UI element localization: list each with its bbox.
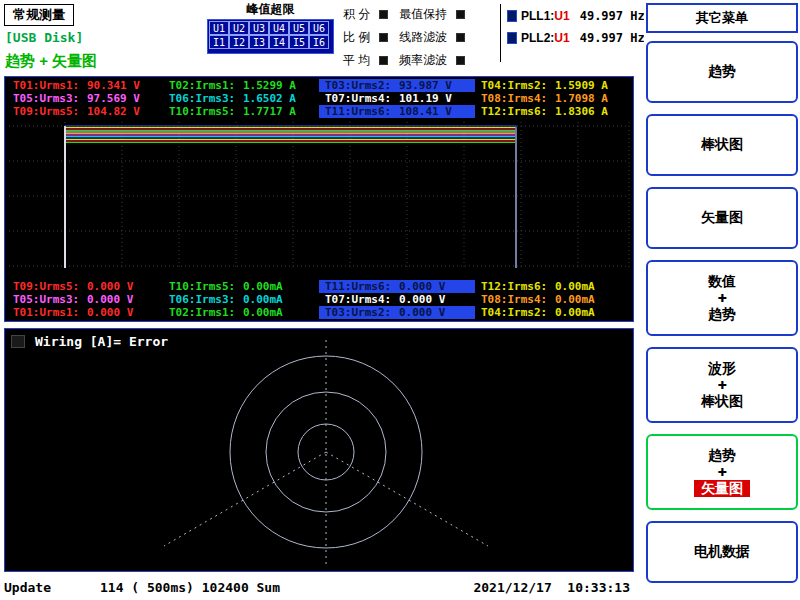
- peak-row-current: I1I2I3I4I5I6: [209, 35, 332, 49]
- toggle-indicator-icon: [456, 33, 465, 42]
- trend-peak-values: T01:Urms1:90.341 VT02:Irms1:1.5299 AT03:…: [7, 79, 631, 118]
- pll-frequency: 49.997 Hz: [580, 31, 645, 45]
- sidebar-item-numeric-trend[interactable]: 数值✚趋势: [646, 260, 798, 336]
- update-counter: 114 ( 500ms) 102400 Sum: [100, 580, 473, 595]
- measure-peak-t07: T07:Urms4:101.19 V: [319, 92, 475, 105]
- plus-icon: ✚: [717, 467, 726, 478]
- wiring-status-row: Wiring [A]= Error: [11, 334, 168, 349]
- menu-item-label: 趋势: [708, 447, 736, 465]
- pll-status-block: PLL1:U149.997 HzPLL2:U149.997 Hz: [507, 9, 645, 45]
- measure-now-t05: T05:Urms3:0.000 V: [7, 293, 163, 306]
- measure-now-t08: T08:Irms4:0.00mA: [475, 293, 631, 306]
- plus-icon: ✚: [717, 380, 726, 391]
- pll-label: PLL2:: [521, 31, 554, 45]
- toggle-label: 积 分: [343, 6, 370, 23]
- measure-peak-t01: T01:Urms1:90.341 V: [7, 79, 163, 92]
- toggle-label: 频率滤波: [399, 52, 447, 69]
- wiring-legend-icon: [11, 335, 25, 348]
- measure-now-t02: T02:Irms1:0.00mA: [163, 306, 319, 319]
- measure-now-t03: T03:Urms2:0.000 V: [319, 306, 475, 319]
- peak-limit-panel: 峰值超限 U1U2U3U4U5U6 I1I2I3I4I5I6: [207, 1, 334, 54]
- measure-now-t09: T09:Urms5:0.000 V: [7, 280, 163, 293]
- trend-gridlines: [9, 122, 629, 270]
- measure-peak-t04: T04:Irms2:1.5909 A: [475, 79, 631, 92]
- menu-item-label: 趋势: [708, 63, 736, 81]
- menu-item-label: 棒状图: [701, 393, 743, 411]
- toggle-label: 线路滤波: [399, 29, 447, 46]
- menu-item-label: 电机数据: [694, 543, 750, 561]
- update-label: Update: [4, 580, 100, 595]
- measure-now-t10: T10:Irms5:0.00mA: [163, 280, 319, 293]
- sidebar-item-motor-data[interactable]: 电机数据: [646, 521, 798, 583]
- sidebar-item-vector-chart[interactable]: 矢量图: [646, 187, 798, 249]
- measure-peak-t06: T06:Irms3:1.6502 A: [163, 92, 319, 105]
- measure-peak-t03: T03:Urms2:93.987 V: [319, 79, 475, 92]
- measure-peak-t10: T10:Irms5:1.7717 A: [163, 105, 319, 118]
- menu-item-label: 数值: [708, 273, 736, 291]
- menu-item-label: 矢量图: [701, 209, 743, 227]
- toggle-indicator-icon: [379, 33, 388, 42]
- peak-cell-i4: I4: [269, 35, 289, 49]
- trend-plot-svg: [7, 118, 631, 276]
- menu-item-label: 趋势: [708, 306, 736, 324]
- measure-now-t06: T06:Irms3:0.00mA: [163, 293, 319, 306]
- pll-row-1: PLL1:U149.997 Hz: [507, 9, 645, 23]
- trend-current-values: T09:Urms5:0.000 VT10:Irms5:0.00mAT11:Urm…: [7, 280, 631, 319]
- pll-source-icon: [507, 32, 517, 44]
- trend-panel: T01:Urms1:90.341 VT02:Irms1:1.5299 AT03:…: [4, 76, 634, 322]
- measure-now-t12: T12:Irms6:0.00mA: [475, 280, 631, 293]
- other-menu-button[interactable]: 其它菜单: [646, 3, 798, 33]
- peak-row-voltage: U1U2U3U4U5U6: [209, 21, 332, 35]
- peak-cell-i5: I5: [289, 35, 309, 49]
- toggle-label: 最值保持: [399, 6, 447, 23]
- peak-cell-u3: U3: [249, 21, 269, 35]
- measurement-toggles: 积 分最值保持比 例线路滤波平 均频率滤波: [343, 6, 467, 69]
- measure-now-t11: T11:Urms6:0.000 V: [319, 280, 475, 293]
- peak-cell-i6: I6: [309, 35, 329, 49]
- toggle-indicator-icon: [379, 56, 388, 65]
- trend-plot-area: [7, 118, 631, 280]
- measure-peak-t11: T11:Urms6:108.41 V: [319, 105, 475, 118]
- pll-source: U1: [554, 31, 569, 45]
- menu-item-label: 棒状图: [701, 136, 743, 154]
- header-divider: [500, 4, 501, 62]
- pll-source: U1: [554, 9, 569, 23]
- peak-limit-grid: U1U2U3U4U5U6 I1I2I3I4I5I6: [207, 19, 334, 54]
- pll-source-icon: [507, 10, 517, 22]
- datetime-display: 2021/12/17 10:33:13: [473, 580, 630, 595]
- sidebar-item-trend-vector-chart[interactable]: 趋势✚矢量图: [646, 434, 798, 510]
- measure-peak-t09: T09:Urms5:104.82 V: [7, 105, 163, 118]
- plus-icon: ✚: [717, 293, 726, 304]
- status-bar: Update 114 ( 500ms) 102400 Sum 2021/12/1…: [0, 574, 640, 600]
- pll-label: PLL1:: [521, 9, 554, 23]
- sidebar-item-waveform-bar-chart[interactable]: 波形✚棒状图: [646, 347, 798, 423]
- sidebar-item-trend[interactable]: 趋势: [646, 41, 798, 103]
- menu-item-label: 波形: [708, 360, 736, 378]
- peak-cell-u6: U6: [309, 21, 329, 35]
- trend-lines: [65, 126, 516, 268]
- pll-frequency: 49.997 Hz: [580, 9, 645, 23]
- peak-cell-u4: U4: [269, 21, 289, 35]
- toggle-indicator-icon: [379, 10, 388, 19]
- top-header: 常规测量 [USB Disk] 趋势 + 矢量图 峰值超限 U1U2U3U4U5…: [0, 0, 640, 74]
- toggle-label: 比 例: [343, 29, 370, 46]
- measurement-mode-label: 常规测量: [4, 4, 74, 26]
- toggle-label: 平 均: [343, 52, 370, 69]
- peak-cell-i2: I2: [229, 35, 249, 49]
- softkey-sidebar: 其它菜单 趋势棒状图矢量图数值✚趋势波形✚棒状图趋势✚矢量图电机数据: [644, 0, 800, 600]
- vector-panel: Wiring [A]= Error: [4, 328, 634, 572]
- measure-now-t01: T01:Urms1:0.000 V: [7, 306, 163, 319]
- toggle-indicator-icon: [456, 56, 465, 65]
- sidebar-item-bar-chart[interactable]: 棒状图: [646, 114, 798, 176]
- vector-diagram-svg: [6, 332, 632, 570]
- peak-cell-u5: U5: [289, 21, 309, 35]
- measure-peak-t02: T02:Irms1:1.5299 A: [163, 79, 319, 92]
- usb-disk-indicator: [USB Disk]: [5, 30, 83, 45]
- peak-cell-i3: I3: [249, 35, 269, 49]
- menu-item-label: 矢量图: [694, 480, 750, 498]
- measure-now-t04: T04:Irms2:0.00mA: [475, 306, 631, 319]
- toggle-indicator-icon: [456, 10, 465, 19]
- peak-limit-title: 峰值超限: [207, 1, 334, 18]
- measure-peak-t08: T08:Irms4:1.7098 A: [475, 92, 631, 105]
- peak-cell-u1: U1: [209, 21, 229, 35]
